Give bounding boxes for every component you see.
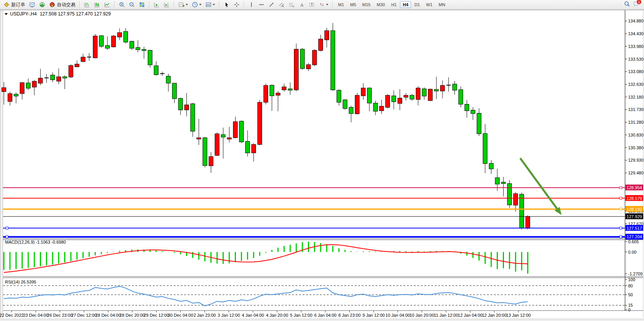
price-line-label-text: 127.204: [627, 234, 642, 239]
notifications-button[interactable]: 1: [633, 1, 639, 9]
bullish-candle: [325, 31, 329, 40]
trendline-tool[interactable]: [267, 0, 276, 9]
chevron-down-icon[interactable]: [326, 4, 328, 5]
bullish-candle: [379, 106, 384, 111]
tile-windows-button[interactable]: [137, 0, 147, 9]
timeframe-m5[interactable]: M5: [347, 1, 359, 8]
fibonacci-tool[interactable]: F: [287, 0, 296, 9]
time-axis-label: 4 Jan 04:00: [242, 313, 264, 318]
svg-text:F: F: [293, 5, 294, 8]
time-axis-label: 13 Jan 12:00: [506, 313, 531, 318]
price-tick-label: 131.280: [628, 120, 644, 125]
horizontal-line-tool[interactable]: [257, 0, 266, 9]
bearish-candle: [465, 104, 469, 111]
timeframe-m1[interactable]: M1: [335, 1, 347, 8]
bearish-candle: [142, 50, 146, 51]
bullish-candle: [251, 145, 256, 153]
chevron-down-icon[interactable]: [213, 4, 215, 5]
time-axis-label: 12 Jan 20:00: [482, 313, 507, 318]
new-chart-button[interactable]: [27, 0, 37, 9]
line-handle[interactable]: [6, 236, 8, 238]
zoom-in-icon: [119, 2, 125, 8]
chevron-down-icon[interactable]: [186, 4, 188, 5]
toolbar-group: [176, 0, 217, 10]
bullish-candle: [56, 77, 61, 81]
bearish-candle: [178, 98, 183, 110]
cursor-tool[interactable]: [222, 0, 231, 9]
bearish-candle: [495, 178, 499, 184]
timeframe-m15[interactable]: M15: [360, 1, 373, 8]
trend-arrow[interactable]: [520, 158, 557, 209]
bullish-candle: [20, 83, 24, 94]
timeframe-h1[interactable]: H1: [388, 1, 399, 8]
candlestick-chart-button[interactable]: [92, 0, 102, 9]
templates-button[interactable]: [204, 0, 217, 9]
price-tick-label: 130.830: [628, 133, 644, 137]
time-axis-label: 2 Jan 23:00: [193, 313, 216, 318]
timeframe-mn[interactable]: MN: [436, 1, 448, 8]
rsi-line: [4, 286, 528, 306]
bearish-candle: [489, 163, 494, 169]
toolbar-group: [82, 0, 112, 10]
line-handle[interactable]: [620, 227, 622, 229]
bullish-candle: [75, 64, 79, 67]
bearish-candle: [173, 83, 177, 99]
timeframe-m30[interactable]: M30: [374, 1, 388, 8]
rsi-indicator-label: RSI(14) 26.5395: [5, 280, 36, 284]
toolbar-group: EFAT: [246, 0, 330, 10]
bullish-candle: [361, 88, 366, 96]
line-handle[interactable]: [620, 197, 622, 200]
search-button[interactable]: [624, 1, 630, 9]
line-handle[interactable]: [6, 227, 8, 229]
text-tool[interactable]: A: [297, 0, 306, 9]
bearish-candle: [239, 121, 244, 142]
new-order-button[interactable]: 新订单: [2, 0, 27, 9]
time-axis-label: 27 Dec 12:00: [71, 313, 96, 318]
bullish-candle: [215, 134, 219, 155]
bullish-candle: [355, 95, 359, 114]
line-handle[interactable]: [620, 208, 622, 210]
auto-trading-button[interactable]: 自动交易: [48, 0, 77, 9]
toolbar-separator: [332, 1, 333, 8]
auto-scroll-button[interactable]: [152, 0, 161, 9]
timeframe-w1[interactable]: W1: [424, 1, 436, 8]
timeframe-d1[interactable]: D1: [412, 1, 423, 8]
chevron-down-icon[interactable]: [199, 4, 202, 5]
vertical-line-tool[interactable]: [247, 0, 256, 9]
candlestick-chart[interactable]: 134.880134.430133.980133.530133.080132.6…: [0, 0, 644, 321]
line-handle[interactable]: [620, 236, 622, 238]
text-icon: A: [299, 2, 305, 8]
periods-button[interactable]: [190, 0, 203, 9]
bullish-candle: [93, 36, 97, 58]
chart-title-bar[interactable]: USDJPY-,H4 127.508 127.975 127.470 127.9…: [5, 11, 111, 17]
template-icon: [205, 2, 212, 8]
toolbar-group: [117, 0, 147, 10]
zoom-in-button[interactable]: [117, 0, 126, 9]
chart-dropdown-icon[interactable]: [5, 13, 8, 15]
price-tick-label: 133.080: [628, 69, 644, 74]
price-line-label-text: 127.517: [627, 226, 642, 231]
bearish-candle: [422, 89, 426, 96]
svg-text:T: T: [311, 3, 313, 7]
signals-button[interactable]: [38, 0, 47, 9]
arrows-icon: [319, 2, 325, 8]
line-chart-button[interactable]: [102, 0, 112, 9]
zoom-out-button[interactable]: [127, 0, 137, 9]
time-axis-label: 30 Dec 04:00: [168, 313, 193, 318]
text-label-tool[interactable]: T: [307, 0, 316, 9]
bullish-candle: [32, 81, 36, 87]
fibonacci-icon: F: [289, 2, 295, 8]
crosshair-tool[interactable]: [232, 0, 241, 9]
bearish-candle: [270, 85, 274, 96]
price-tick-label: 133.980: [628, 44, 644, 49]
timeframe-h4[interactable]: H4: [400, 1, 411, 8]
chart-shift-button[interactable]: [162, 0, 171, 9]
arrows-tool[interactable]: [317, 0, 330, 9]
bar-chart-button[interactable]: [82, 0, 92, 9]
macd-indicator-label: MACD(12,26,9) -1.1063 -0.6980: [5, 240, 66, 244]
line-handle[interactable]: [620, 186, 622, 189]
equidistant-channel-tool[interactable]: E: [277, 0, 286, 9]
toolbar-separator: [149, 1, 150, 8]
bearish-candle: [63, 77, 67, 78]
indicators-button[interactable]: [177, 0, 190, 9]
